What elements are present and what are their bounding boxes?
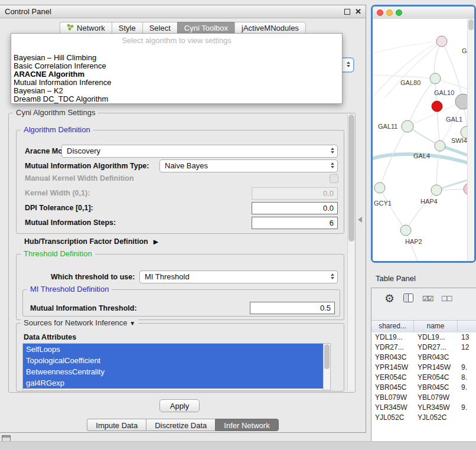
attribute-item-selfloops[interactable]: SelfLoops <box>23 344 330 355</box>
algorithm-option-dream8-dc-tdc-algorithm[interactable]: Dream8 DC_TDC Algorithm <box>12 95 341 103</box>
zoom-traffic-light-icon[interactable] <box>396 9 402 16</box>
node-label-gal11: GAL11 <box>378 123 397 130</box>
combobox-arrows-icon <box>331 273 334 279</box>
table-cell: YLR345W <box>414 403 458 413</box>
manual-kernel-checkbox[interactable] <box>330 174 338 183</box>
table-cell: YPR145W <box>371 363 414 373</box>
aracne-mode-value: Discovery <box>67 146 100 155</box>
settings-scrollbar-thumb[interactable] <box>348 115 354 242</box>
network-node-gal11[interactable] <box>402 120 413 132</box>
network-window-titlebar[interactable] <box>373 6 474 19</box>
algorithm-option-bayesian-k2[interactable]: Bayesian – K2 <box>12 87 341 95</box>
bottom-tab-infer-network[interactable]: Infer Network <box>215 419 278 431</box>
table-cell: YDR27... <box>414 343 458 353</box>
algorithm-option-aracne-algorithm[interactable]: ARACNE Algorithm <box>12 70 341 79</box>
tab-cyni-toolbox[interactable]: Cyni Toolbox <box>177 22 234 34</box>
algorithm-option-bayesian-hill-climbing[interactable]: Bayesian – Hill Climbing <box>12 54 341 62</box>
tab-label: Network <box>77 24 105 32</box>
algorithm-option-mutual-information-inference[interactable]: Mutual Information Inference <box>12 79 341 87</box>
table-row[interactable]: YDR27...YDR27...12 <box>371 343 476 353</box>
bottom-tab-discretize-data[interactable]: Discretize Data <box>146 419 215 431</box>
node-label-gal1: GAL1 <box>446 116 462 123</box>
columns-icon[interactable] <box>403 294 413 305</box>
algorithm-popup: Select algorithm to view settings Bayesi… <box>11 33 343 104</box>
apply-button[interactable]: Apply <box>159 399 200 412</box>
minimize-traffic-light-icon[interactable] <box>386 9 393 16</box>
network-node-gal80[interactable] <box>430 73 441 84</box>
kernel-width-label: Kernel Width (0,1): <box>25 187 90 199</box>
list-scrollbar[interactable] <box>323 344 330 390</box>
network-node-hap2[interactable] <box>400 225 411 236</box>
settings-scrollbar[interactable] <box>347 114 355 391</box>
algorithm-definition-title: Algorithm Definition <box>21 125 93 135</box>
network-edge[interactable] <box>436 146 440 190</box>
table-cell: YER054C <box>371 373 414 383</box>
attribute-item-topologicalcoefficient[interactable]: TopologicalCoefficient <box>23 355 330 366</box>
select-all-columns-icon[interactable]: ☑☑ <box>422 295 433 303</box>
dpi-tolerance-input[interactable] <box>252 202 338 214</box>
network-node-gal4[interactable] <box>435 141 445 151</box>
close-traffic-light-icon[interactable] <box>377 9 383 16</box>
tab-jactivemnodules[interactable]: jActiveMNodules <box>234 22 306 34</box>
algorithm-option-basic-correlation-inference[interactable]: Basic Correlation Inference <box>12 62 341 70</box>
table-row[interactable]: YLR345WYLR345W9. <box>371 403 476 413</box>
column-header-2[interactable] <box>458 321 476 332</box>
which-threshold-combobox[interactable]: MI Threshold <box>139 270 338 283</box>
network-canvas[interactable]: GALGAL80GAL10GAL11GAL1GAL4SWI4HAP4GCY1HA… <box>373 19 474 261</box>
table-cell: 8. <box>458 373 476 383</box>
network-node[interactable] <box>432 101 442 112</box>
column-header-name[interactable]: name <box>414 321 458 332</box>
mi-algorithm-type-combobox[interactable]: Naive Bayes <box>159 159 338 172</box>
table-row[interactable]: YDL19...YDL19...13 <box>371 332 476 343</box>
table-row[interactable]: YPR145WYPR145W9. <box>371 363 476 373</box>
network-edge[interactable] <box>380 188 406 230</box>
network-canvas-svg: GALGAL80GAL10GAL11GAL1GAL4SWI4HAP4GCY1HA… <box>373 19 474 261</box>
network-scrollbar-thumb[interactable] <box>468 19 474 30</box>
hub-definition-label: Hub/Transcription Factor Definition <box>24 236 148 247</box>
kernel-width-input[interactable] <box>252 187 338 200</box>
column-header-shared[interactable]: shared... <box>371 321 414 332</box>
network-edge[interactable] <box>373 41 442 54</box>
network-edge[interactable] <box>406 190 436 230</box>
gear-icon[interactable]: ⚙ <box>384 292 395 305</box>
network-node[interactable] <box>436 36 447 47</box>
table-row[interactable]: YBL079WYBL079W <box>371 393 476 403</box>
table-cell: YBL079W <box>371 393 414 403</box>
expand-arrow-icon[interactable]: ▶ <box>154 238 158 246</box>
close-icon[interactable]: ✕ <box>355 8 361 15</box>
tab-style[interactable]: Style <box>112 22 142 34</box>
collapse-arrow-icon[interactable]: ▼ <box>129 320 135 327</box>
hub-definition-expander[interactable]: Hub/Transcription Factor Definition ▶ <box>24 236 158 247</box>
tab-select[interactable]: Select <box>142 22 177 34</box>
threshold-definition-group: Threshold Definition Which threshold to … <box>16 254 344 320</box>
table-row[interactable]: YBR043CYBR043C <box>371 353 476 363</box>
popup-placeholder: Select algorithm to view settings <box>11 36 342 45</box>
network-icon <box>67 24 74 32</box>
attribute-item-gal4rgexp[interactable]: gal4RGexp <box>23 377 330 389</box>
control-panel-titlebar[interactable]: Control Panel ✕ <box>0 5 366 18</box>
mi-steps-input[interactable] <box>252 217 338 229</box>
list-scrollbar-thumb[interactable] <box>324 344 330 369</box>
network-node-gcy1[interactable] <box>374 182 385 193</box>
float-window-icon[interactable] <box>344 9 350 15</box>
table-row[interactable]: YBR045CYBR045C9. <box>371 383 476 393</box>
tab-network[interactable]: Network <box>60 22 112 34</box>
combobox-arrows-icon <box>347 61 350 67</box>
aracne-mode-combobox[interactable]: Discovery <box>61 145 338 158</box>
mi-threshold-input[interactable] <box>250 302 335 314</box>
network-scrollbar[interactable] <box>467 19 474 261</box>
algorithm-definition-group: Algorithm Definition Aracne Mode: Discov… <box>16 130 344 234</box>
cyni-algorithm-settings-group: Cyni Algorithm Settings Algorithm Defini… <box>8 113 356 393</box>
panel-collapse-arrow-icon[interactable] <box>358 217 362 223</box>
table-cell: YBL079W <box>414 393 458 403</box>
data-attributes-items: SelfLoopsTopologicalCoefficientBetweenne… <box>23 344 330 389</box>
network-node-hap4[interactable] <box>431 185 442 195</box>
bottom-tab-impute-data[interactable]: Impute Data <box>87 419 146 431</box>
mi-steps-label: Mutual Information Steps: <box>25 217 116 229</box>
network-edge[interactable] <box>384 41 442 99</box>
deselect-all-columns-icon[interactable]: ☐☐ <box>441 295 452 303</box>
table-row[interactable]: YJL052CYJL052C <box>371 413 476 423</box>
table-row[interactable]: YER054CYER054C8. <box>371 373 476 383</box>
table-cell <box>458 413 476 423</box>
attribute-item-betweennesscentrality[interactable]: BetweennessCentrality <box>23 366 330 377</box>
